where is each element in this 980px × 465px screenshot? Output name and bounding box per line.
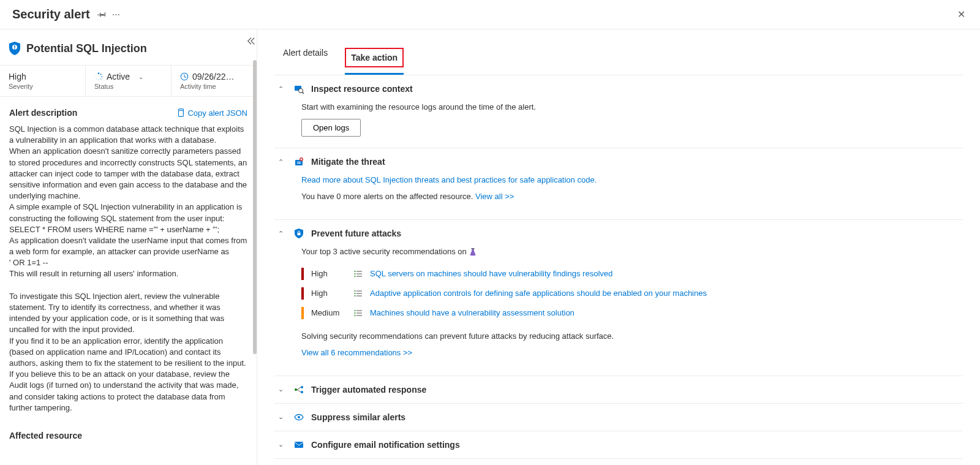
stats-row: High Severity Active ⌄ Status bbox=[0, 65, 257, 97]
left-panel: Potential SQL Injection High Severity Ac… bbox=[0, 29, 257, 465]
mitigate-read-more-link[interactable]: Read more about SQL Injection threats an… bbox=[301, 175, 597, 184]
svg-rect-18 bbox=[472, 248, 475, 249]
eye-off-icon bbox=[294, 412, 304, 422]
svg-point-23 bbox=[355, 293, 356, 294]
recommendation-link[interactable]: Machines should have a vulnerability ass… bbox=[370, 308, 575, 317]
status-cell[interactable]: Active ⌄ Status bbox=[86, 66, 172, 96]
section-suppress-header[interactable]: ⌄ Suppress similar alerts bbox=[274, 404, 963, 431]
list-icon bbox=[354, 270, 363, 278]
section-prevent: ⌃ Prevent future attacks Your top 3 acti… bbox=[274, 220, 963, 376]
copy-icon bbox=[176, 108, 185, 117]
section-inspect-header[interactable]: ⌃ Inspect resource context bbox=[274, 75, 963, 102]
svg-point-19 bbox=[355, 271, 356, 272]
more-icon[interactable]: ⋯ bbox=[112, 10, 120, 19]
activity-label: Activity time bbox=[180, 83, 248, 90]
recommendation-row: MediumMachines should have a vulnerabili… bbox=[301, 303, 959, 323]
svg-rect-32 bbox=[295, 442, 303, 448]
activity-value: 09/26/22… bbox=[192, 72, 235, 81]
svg-point-22 bbox=[355, 290, 356, 292]
chevron-up-icon: ⌃ bbox=[278, 230, 287, 238]
chevron-down-icon: ⌄ bbox=[278, 413, 287, 421]
svg-rect-1 bbox=[14, 45, 15, 48]
svg-point-4 bbox=[100, 74, 102, 75]
svg-rect-17 bbox=[298, 233, 301, 235]
scrollbar[interactable] bbox=[253, 60, 257, 354]
severity-text: High bbox=[311, 269, 347, 278]
view-all-alerts-link[interactable]: View all >> bbox=[475, 192, 514, 201]
mitigate-icon bbox=[294, 157, 304, 167]
severity-label: Severity bbox=[9, 83, 77, 90]
list-icon bbox=[354, 309, 363, 317]
svg-point-5 bbox=[101, 76, 102, 77]
prevent-intro: Your top 3 active security recommendatio… bbox=[301, 247, 469, 256]
pin-icon[interactable] bbox=[97, 10, 106, 19]
recommendation-link[interactable]: SQL servers on machines should have vuln… bbox=[370, 269, 612, 278]
tabs: Alert details Take action bbox=[274, 29, 963, 75]
chevron-down-icon: ⌄ bbox=[278, 440, 287, 448]
severity-bar bbox=[301, 287, 304, 300]
svg-point-21 bbox=[355, 276, 356, 277]
shield-icon bbox=[9, 42, 20, 55]
severity-text: Medium bbox=[311, 308, 347, 317]
beaker-icon bbox=[469, 248, 477, 257]
clock-icon bbox=[180, 72, 189, 81]
shield-lock-icon bbox=[294, 229, 304, 238]
svg-point-26 bbox=[355, 312, 356, 314]
activity-cell: 09/26/22… Activity time bbox=[172, 66, 257, 96]
prevent-footer: Solving security recommendations can pre… bbox=[301, 331, 959, 341]
recommendation-link[interactable]: Adaptive application controls for defini… bbox=[370, 289, 707, 298]
section-trigger: ⌄ Trigger automated response bbox=[274, 376, 963, 404]
severity-cell: High Severity bbox=[0, 66, 86, 96]
chevron-down-icon: ⌄ bbox=[138, 74, 143, 80]
section-suppress: ⌄ Suppress similar alerts bbox=[274, 404, 963, 431]
mitigate-title: Mitigate the threat bbox=[311, 157, 385, 167]
spinner-icon bbox=[94, 72, 103, 81]
tab-alert-details[interactable]: Alert details bbox=[274, 42, 336, 75]
svg-point-9 bbox=[95, 76, 96, 77]
close-button[interactable]: ✕ bbox=[955, 6, 968, 23]
page-title: Security alert bbox=[12, 7, 90, 21]
svg-point-30 bbox=[301, 391, 303, 393]
severity-bar bbox=[301, 268, 304, 280]
svg-point-3 bbox=[98, 72, 100, 74]
status-value: Active bbox=[107, 72, 130, 81]
more-alerts-text: You have 0 more alerts on the affected r… bbox=[301, 192, 475, 201]
affected-resource-header: Affected resource bbox=[0, 425, 257, 447]
trigger-title: Trigger automated response bbox=[311, 385, 426, 395]
svg-point-27 bbox=[355, 315, 356, 316]
section-prevent-header[interactable]: ⌃ Prevent future attacks bbox=[274, 220, 963, 247]
section-email-header[interactable]: ⌄ Configure email notification settings bbox=[274, 431, 963, 458]
section-trigger-header[interactable]: ⌄ Trigger automated response bbox=[274, 376, 963, 403]
suppress-title: Suppress similar alerts bbox=[311, 412, 405, 422]
page-header: Security alert ⋯ ✕ bbox=[0, 0, 980, 29]
svg-point-20 bbox=[355, 273, 356, 274]
open-logs-button[interactable]: Open logs bbox=[301, 119, 361, 137]
svg-rect-12 bbox=[179, 111, 184, 117]
mail-icon bbox=[294, 440, 304, 450]
section-mitigate-header[interactable]: ⌃ Mitigate the threat bbox=[274, 148, 963, 175]
section-inspect: ⌃ Inspect resource context Start with ex… bbox=[274, 75, 963, 148]
svg-point-29 bbox=[301, 386, 303, 388]
severity-value: High bbox=[9, 72, 26, 81]
inspect-icon bbox=[294, 84, 304, 94]
list-icon bbox=[354, 290, 363, 297]
description-header: Alert description bbox=[9, 108, 77, 118]
alert-description: SQL Injection is a common database attac… bbox=[0, 124, 257, 425]
chevron-up-icon: ⌃ bbox=[278, 85, 287, 93]
view-all-recs-link[interactable]: View all 6 recommendations >> bbox=[301, 348, 412, 357]
svg-point-8 bbox=[96, 78, 97, 80]
svg-point-10 bbox=[96, 74, 97, 75]
svg-point-6 bbox=[100, 78, 102, 80]
svg-point-24 bbox=[355, 295, 356, 297]
alert-title: Potential SQL Injection bbox=[26, 42, 147, 55]
status-label: Status bbox=[94, 83, 162, 90]
section-mitigate: ⌃ Mitigate the threat Read more about SQ… bbox=[274, 148, 963, 220]
svg-point-25 bbox=[355, 310, 356, 311]
svg-point-31 bbox=[298, 416, 300, 418]
chevron-down-icon: ⌄ bbox=[278, 385, 287, 393]
tab-take-action[interactable]: Take action bbox=[336, 42, 412, 75]
copy-alert-json-link[interactable]: Copy alert JSON bbox=[176, 108, 247, 118]
email-title: Configure email notification settings bbox=[311, 440, 460, 450]
collapse-panel-icon[interactable] bbox=[247, 37, 255, 45]
inspect-title: Inspect resource context bbox=[311, 84, 413, 94]
